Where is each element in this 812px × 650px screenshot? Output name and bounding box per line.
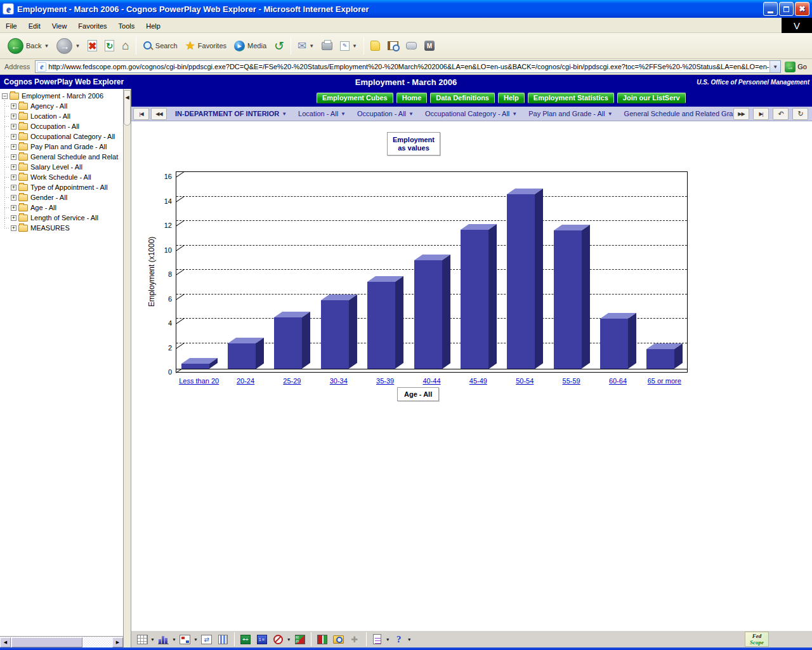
go-button[interactable]: → Go [783,61,810,73]
dimension-6[interactable]: General Schedule and Related Grade - All… [624,110,733,117]
nav-button-employment-statistics[interactable]: Employment Statistics [528,93,614,103]
nav-button-home[interactable]: Home [396,93,428,103]
menu-favorites[interactable]: Favorites [72,20,112,32]
refresh-view-button[interactable]: ↻ [792,108,808,120]
dimension-2[interactable]: Location - All▼ [298,110,346,117]
expand-icon[interactable]: + [11,164,16,170]
tree-item-general-schedule-and-relat[interactable]: +General Schedule and Relat [4,152,123,162]
tree-item-occupational-category-all[interactable]: +Occupational Category - All [4,131,123,142]
suppress-zeros-icon[interactable] [271,632,286,646]
chevron-down-icon[interactable]: ▼ [282,111,287,117]
tree-item-agency-all[interactable]: +Agency - All [4,101,123,111]
close-button[interactable]: ✖ [795,2,809,16]
help-icon[interactable]: ? [391,632,407,646]
tree-item-location-all[interactable]: +Location - All [4,111,123,121]
chevron-down-icon[interactable]: ▼ [512,111,517,117]
menu-edit[interactable]: Edit [23,20,46,32]
x-axis-dimension-box[interactable]: Age - All [397,387,439,401]
suppress-80-20-icon[interactable]: 8020 [292,632,308,646]
hide-show-columns-icon[interactable] [216,632,231,646]
rank-icon[interactable]: 1≡ [254,632,270,646]
chevron-down-icon[interactable]: ▼ [341,111,346,117]
category-link[interactable]: 50-54 [502,377,548,385]
category-link[interactable]: 55-59 [548,377,594,385]
expand-icon[interactable]: + [11,215,16,221]
nav-button-data-definitions[interactable]: Data Definitions [430,93,495,103]
calculator-icon[interactable]: +÷ [238,632,253,646]
dimension-4[interactable]: Occupational Category - All▼ [425,110,517,117]
display-options-dropdown-icon[interactable]: ▼ [193,637,198,642]
reset-dimension-line-button[interactable]: ↶ [773,108,789,120]
tree-item-age-all[interactable]: +Age - All [4,202,123,213]
drill-disabled-icon[interactable] [348,632,363,646]
discuss-button[interactable] [402,39,421,52]
bar-25-29[interactable] [274,317,302,369]
forward-dropdown-icon[interactable]: ▼ [75,43,80,49]
messenger-button[interactable]: M [421,38,438,53]
bar-side-face[interactable] [628,313,636,369]
dimension-1[interactable]: IN-DEPARTMENT OF INTERIOR▼ [175,110,287,117]
bar-40-44[interactable] [414,260,442,369]
bar-side-face[interactable] [395,276,403,369]
bar-60-64[interactable] [600,319,628,369]
tree-horizontal-scrollbar[interactable]: ◀ ▶ [0,636,123,647]
minimize-button[interactable] [763,2,778,16]
dimensions-previous-button[interactable]: ◀◀ [151,108,167,120]
chart-type-icon[interactable] [156,632,171,646]
category-link[interactable]: 45-49 [455,377,501,385]
menu-file[interactable]: File [0,20,23,32]
report-icon[interactable] [370,632,385,646]
edit-button[interactable]: ✎ ▼ [336,39,361,53]
bar-65-or-more[interactable] [646,349,674,369]
swap-rows-columns-icon[interactable]: ⇄ [199,632,214,646]
refresh-button[interactable]: ↻ [101,37,118,54]
expand-icon[interactable]: + [11,114,16,119]
bar-30-34[interactable] [321,300,349,369]
tree-item-occupation-all[interactable]: +Occupation - All [4,121,123,131]
dimension-5[interactable]: Pay Plan and Grade - All▼ [528,110,612,117]
edit-dropdown-icon[interactable]: ▼ [352,43,357,49]
expand-icon[interactable]: + [11,185,16,190]
expand-icon[interactable]: + [11,124,16,129]
category-link[interactable]: 20-24 [222,377,268,385]
measure-box[interactable]: Employment as values [387,132,440,156]
print-button[interactable] [318,39,336,53]
display-options-icon[interactable] [178,632,193,646]
search-button[interactable]: Search [139,38,181,53]
bar-55-59[interactable] [554,230,582,369]
chart-type-dropdown-icon[interactable]: ▼ [172,637,176,642]
expand-icon[interactable]: + [11,225,16,231]
category-link[interactable]: Less than 20 [176,377,222,385]
menu-tools[interactable]: Tools [113,20,141,32]
bar-35-39[interactable] [367,282,395,369]
nav-button-join-our-listserv[interactable]: Join our ListServ [617,93,686,103]
bar-side-face[interactable] [442,255,450,369]
back-button[interactable]: ← Back ▼ [4,36,53,56]
crosstab-icon[interactable] [134,632,150,646]
expand-icon[interactable]: + [11,154,16,160]
tree-item-gender-all[interactable]: +Gender - All [4,192,123,202]
home-button[interactable]: ⌂ [118,36,133,55]
nav-button-help[interactable]: Help [498,93,525,103]
forward-button[interactable]: → ▼ [53,36,84,56]
expand-icon[interactable]: + [11,175,16,180]
report-dropdown-icon[interactable]: ▼ [386,637,390,642]
collapse-tree-icon[interactable]: ◀ [124,90,131,126]
scrollbar-thumb[interactable] [11,637,82,647]
crosstab-dropdown-icon[interactable]: ▼ [150,637,155,642]
stop-button[interactable]: ✖ [84,37,101,54]
panel-splitter[interactable]: ◀ [124,89,131,647]
notes-button[interactable] [367,38,384,53]
tree-item-type-of-appointment-all[interactable]: +Type of Appointment - All [4,182,123,192]
menu-help[interactable]: Help [140,20,166,32]
media-button[interactable]: ▶ Media [230,38,270,54]
category-link[interactable]: 35-39 [362,377,408,385]
expand-icon[interactable]: + [11,103,16,109]
tree-item-work-schedule-all[interactable]: +Work Schedule - All [4,172,123,182]
bar-side-face[interactable] [535,189,543,369]
tree-item-salary-level-all[interactable]: +Salary Level - All [4,162,123,172]
dimension-3[interactable]: Occupation - All▼ [357,110,414,117]
category-link[interactable]: 40-44 [409,377,455,385]
restore-button[interactable] [779,2,794,16]
tree-item-measures[interactable]: +MEASURES [4,223,123,233]
